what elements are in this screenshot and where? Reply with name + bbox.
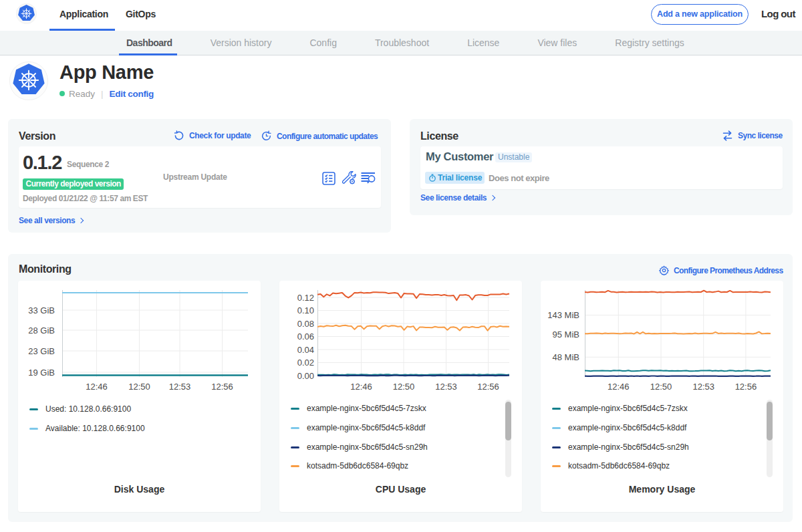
svg-text:33 GiB: 33 GiB	[28, 305, 55, 315]
svg-text:0.08: 0.08	[297, 319, 314, 329]
svg-text:12:56: 12:56	[735, 382, 757, 392]
svg-text:12:46: 12:46	[350, 382, 372, 392]
svg-text:143 MiB: 143 MiB	[547, 310, 579, 320]
svg-text:12:50: 12:50	[128, 382, 150, 392]
svg-text:12:56: 12:56	[211, 382, 233, 392]
svg-text:48 MiB: 48 MiB	[553, 352, 579, 362]
svg-text:12:50: 12:50	[650, 382, 672, 392]
svg-text:0.06: 0.06	[297, 331, 314, 342]
svg-text:95 MiB: 95 MiB	[553, 329, 579, 340]
svg-text:12:53: 12:53	[169, 382, 191, 392]
svg-text:12:46: 12:46	[86, 382, 108, 392]
svg-text:12:53: 12:53	[435, 382, 457, 392]
svg-text:23 GiB: 23 GiB	[28, 346, 55, 356]
svg-text:12:50: 12:50	[393, 382, 415, 392]
svg-text:12:56: 12:56	[477, 382, 499, 392]
svg-text:0.04: 0.04	[297, 345, 314, 355]
svg-text:12:46: 12:46	[608, 382, 630, 392]
svg-text:12:53: 12:53	[692, 382, 714, 392]
svg-text:0.02: 0.02	[297, 358, 314, 368]
svg-text:0.10: 0.10	[297, 305, 314, 315]
svg-text:19 GiB: 19 GiB	[28, 368, 55, 378]
svg-text:28 GiB: 28 GiB	[28, 325, 55, 336]
svg-text:0.00: 0.00	[297, 371, 314, 381]
svg-text:0.12: 0.12	[297, 293, 314, 303]
